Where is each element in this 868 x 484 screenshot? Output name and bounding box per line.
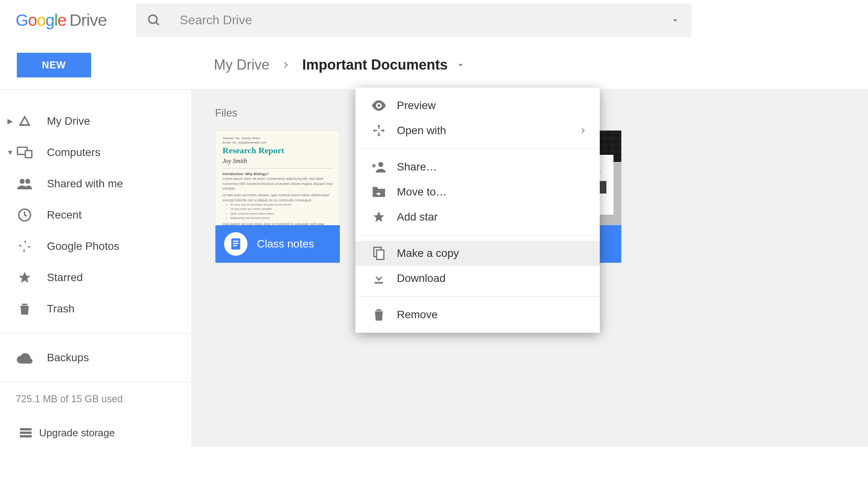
menu-label: Download [397,272,587,285]
toolbar: NEW My Drive Important Documents [0,40,868,90]
product-name: Drive [69,11,106,30]
menu-label: Share… [397,161,587,173]
file-card-class-notes[interactable]: Teacher: Ms. Wendy WriterEmail: ms_reply… [215,130,340,263]
file-footer: Class notes [215,225,340,263]
sidebar-divider [0,382,191,382]
caret-down-icon[interactable]: ▼ [5,149,15,157]
menu-label: Add star [397,211,587,223]
menu-label: Remove [397,308,587,321]
sidebar-item-label: Backups [47,351,89,364]
svg-point-4 [20,179,25,184]
sidebar-item-label: Computers [47,146,100,159]
trash-icon [368,308,390,322]
svg-point-5 [25,179,30,184]
storage-usage-text: 725.1 MB of 15 GB used [16,393,191,405]
docs-icon [224,232,247,256]
sidebar-item-label: Starred [47,271,83,284]
photos-icon [15,239,34,253]
drive-icon [15,114,34,128]
google-wordmark: Google [16,11,66,30]
app-header: Google Drive [0,0,868,40]
star-icon [15,271,34,285]
svg-rect-12 [233,243,239,244]
sidebar-item-google-photos[interactable]: Google Photos [0,231,191,262]
sidebar-item-starred[interactable]: Starred [0,262,191,293]
svg-rect-17 [377,250,384,260]
svg-rect-13 [233,245,237,246]
new-button[interactable]: NEW [17,53,91,77]
menu-item-make-a-copy[interactable]: Make a copy [355,241,600,266]
chevron-right-icon [579,126,587,135]
svg-rect-18 [375,282,383,283]
trash-icon [15,302,34,316]
sidebar-item-shared-with-me[interactable]: Shared with me [0,168,191,199]
sidebar: ▶ My Drive ▼ Computers Shared with me [0,90,192,447]
app-body: ▶ My Drive ▼ Computers Shared with me [0,90,868,447]
people-icon [15,178,34,190]
sidebar-item-recent[interactable]: Recent [0,199,191,231]
content-area: Files Teacher: Ms. Wendy WriterEmail: ms… [192,90,868,447]
breadcrumb-root[interactable]: My Drive [214,57,269,73]
menu-item-move-to[interactable]: Move to… [355,179,600,204]
search-options-dropdown-icon[interactable] [670,15,680,25]
menu-item-add-star[interactable]: Add star [355,204,600,229]
person-add-icon [368,161,390,173]
open-with-icon [368,124,390,138]
breadcrumb-current[interactable]: Important Documents [302,57,448,73]
svg-point-15 [378,162,383,167]
menu-divider [355,235,600,235]
sidebar-item-label: Recent [47,209,82,221]
sidebar-divider [0,333,191,333]
svg-line-1 [156,22,159,25]
menu-item-preview[interactable]: Preview [355,93,600,118]
storage-icon [16,427,35,439]
svg-rect-7 [20,428,32,430]
menu-label: Make a copy [397,247,587,260]
caret-right-icon[interactable]: ▶ [5,117,15,125]
sidebar-item-computers[interactable]: ▼ Computers [0,137,191,168]
eye-icon [368,100,390,111]
breadcrumb: My Drive Important Documents [214,57,466,73]
menu-label: Preview [397,99,587,112]
menu-label: Move to… [397,186,587,198]
copy-icon [368,246,390,261]
search-icon[interactable] [147,13,161,27]
menu-item-remove[interactable]: Remove [355,302,600,327]
download-icon [368,271,390,285]
sidebar-item-backups[interactable]: Backups [0,342,191,373]
svg-rect-3 [25,151,32,158]
sidebar-item-label: My Drive [47,115,90,127]
clock-icon [15,208,34,222]
chevron-right-icon [280,59,291,70]
context-menu: Preview Open with Share… [355,88,600,333]
menu-divider [355,296,600,297]
sidebar-item-my-drive[interactable]: ▶ My Drive [0,106,191,137]
menu-label: Open with [397,124,579,137]
sidebar-item-label: Shared with me [47,177,123,190]
svg-point-14 [377,104,380,107]
svg-rect-11 [233,241,239,242]
star-icon [368,210,390,224]
file-name: Class notes [257,238,314,250]
upgrade-storage-label: Upgrade storage [39,427,115,439]
menu-item-open-with[interactable]: Open with [355,118,600,143]
search-input[interactable] [180,13,670,27]
breadcrumb-dropdown-icon[interactable] [456,60,466,70]
menu-divider [355,149,600,149]
computers-icon [15,146,34,159]
menu-item-download[interactable]: Download [355,266,600,291]
sidebar-item-label: Trash [47,303,75,315]
sidebar-item-label: Google Photos [47,240,119,253]
menu-item-share[interactable]: Share… [355,154,600,179]
folder-move-icon [368,186,390,198]
file-thumbnail: Teacher: Ms. Wendy WriterEmail: ms_reply… [215,131,340,225]
cloud-icon [15,352,34,364]
svg-point-0 [149,15,157,23]
svg-rect-9 [20,435,32,437]
logo[interactable]: Google Drive [16,11,107,30]
svg-rect-8 [20,432,32,434]
upgrade-storage-button[interactable]: Upgrade storage [0,419,191,447]
search-bar[interactable] [136,4,691,37]
sidebar-item-trash[interactable]: Trash [0,293,191,324]
